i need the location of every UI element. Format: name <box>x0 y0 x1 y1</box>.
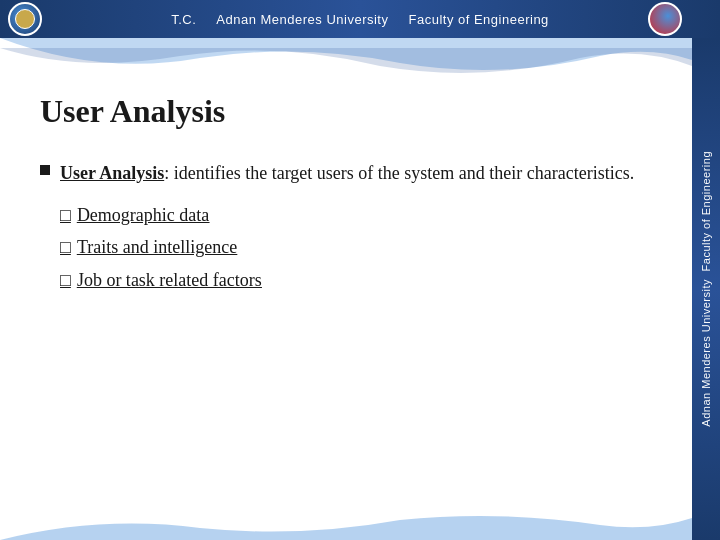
wave-top-decoration <box>0 38 692 83</box>
main-bullet-item: User Analysis: identifies the target use… <box>40 160 652 187</box>
logo-left <box>8 2 42 36</box>
sub-bullet-icon-1: □ <box>60 199 71 231</box>
content-section: User Analysis: identifies the target use… <box>40 160 652 296</box>
bullet-description: : identifies the target users of the sys… <box>164 163 634 183</box>
header-tc: T.C. <box>171 12 196 27</box>
right-sidebar: Faculty of Engineering Adnan Menderes Un… <box>692 38 720 540</box>
header-faculty: Faculty of Engineering <box>408 12 548 27</box>
list-item: □ Demographic data <box>60 199 652 231</box>
sub-item-3: Job or task related factors <box>77 264 262 296</box>
sidebar-text-1: Faculty of Engineering <box>700 151 712 271</box>
sub-item-1: Demographic data <box>77 199 209 231</box>
bullet-label: User Analysis <box>60 163 164 183</box>
header-bar: T.C. Adnan Menderes University Faculty o… <box>0 0 720 38</box>
bullet-square-icon <box>40 165 50 175</box>
sub-bullet-icon-3: □ <box>60 264 71 296</box>
sub-items-list: □ Demographic data □ Traits and intellig… <box>60 199 652 296</box>
page-title: User Analysis <box>40 93 652 130</box>
list-item: □ Traits and intelligence <box>60 231 652 263</box>
sub-item-2: Traits and intelligence <box>77 231 237 263</box>
main-content: User Analysis User Analysis: identifies … <box>0 83 692 316</box>
wave-bottom-decoration <box>0 510 692 540</box>
main-bullet-text: User Analysis: identifies the target use… <box>60 160 634 187</box>
logo-right <box>648 2 682 36</box>
sidebar-text-2: Adnan Menderes University <box>700 279 712 427</box>
list-item: □ Job or task related factors <box>60 264 652 296</box>
header-university: Adnan Menderes University <box>216 12 388 27</box>
sub-bullet-icon-2: □ <box>60 231 71 263</box>
